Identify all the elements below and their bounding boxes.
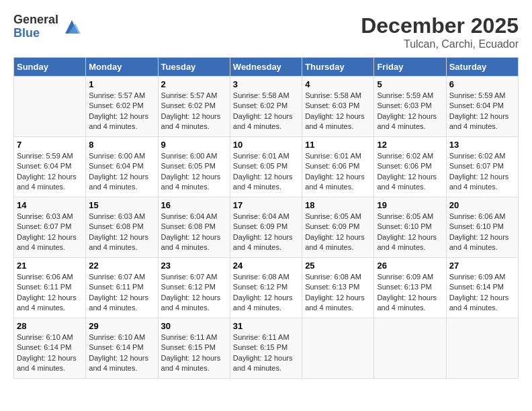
day-info: Sunrise: 6:06 AMSunset: 6:11 PMDaylight:… bbox=[17, 272, 83, 314]
calendar-table: SundayMondayTuesdayWednesdayThursdayFrid… bbox=[13, 57, 519, 379]
day-info: Sunrise: 6:01 AMSunset: 6:06 PMDaylight:… bbox=[305, 151, 371, 193]
day-number: 23 bbox=[161, 261, 227, 271]
day-info: Sunrise: 6:00 AMSunset: 6:04 PMDaylight:… bbox=[89, 151, 154, 193]
day-info: Sunrise: 6:09 AMSunset: 6:14 PMDaylight:… bbox=[449, 272, 515, 314]
calendar-week-row: 14Sunrise: 6:03 AMSunset: 6:07 PMDayligh… bbox=[14, 197, 519, 258]
calendar-day-cell: 10Sunrise: 6:01 AMSunset: 6:05 PMDayligh… bbox=[230, 137, 302, 197]
calendar-day-cell: 3Sunrise: 5:58 AMSunset: 6:02 PMDaylight… bbox=[230, 77, 302, 137]
day-number: 5 bbox=[377, 79, 443, 89]
day-number: 26 bbox=[377, 261, 443, 271]
weekday-header-saturday: Saturday bbox=[446, 58, 518, 77]
calendar-day-cell: 14Sunrise: 6:03 AMSunset: 6:07 PMDayligh… bbox=[14, 197, 86, 258]
calendar-day-cell: 27Sunrise: 6:09 AMSunset: 6:14 PMDayligh… bbox=[446, 258, 518, 318]
calendar-day-cell: 20Sunrise: 6:06 AMSunset: 6:10 PMDayligh… bbox=[446, 197, 518, 258]
day-number: 16 bbox=[161, 200, 227, 210]
calendar-day-cell: 29Sunrise: 6:10 AMSunset: 6:14 PMDayligh… bbox=[86, 318, 158, 379]
calendar-day-cell: 17Sunrise: 6:04 AMSunset: 6:09 PMDayligh… bbox=[230, 197, 302, 258]
day-number: 1 bbox=[89, 79, 154, 89]
weekday-header-row: SundayMondayTuesdayWednesdayThursdayFrid… bbox=[14, 58, 519, 77]
month-title: December 2025 bbox=[361, 13, 519, 38]
day-number: 12 bbox=[377, 140, 443, 150]
day-number: 7 bbox=[17, 140, 83, 150]
calendar-day-cell: 25Sunrise: 6:08 AMSunset: 6:13 PMDayligh… bbox=[302, 258, 374, 318]
calendar-day-cell bbox=[302, 318, 374, 379]
day-number: 31 bbox=[233, 321, 299, 331]
day-info: Sunrise: 6:00 AMSunset: 6:05 PMDaylight:… bbox=[161, 151, 227, 193]
day-number: 27 bbox=[449, 261, 515, 271]
day-number: 29 bbox=[89, 321, 154, 331]
day-number: 2 bbox=[161, 79, 227, 89]
day-info: Sunrise: 6:05 AMSunset: 6:09 PMDaylight:… bbox=[305, 212, 371, 253]
day-info: Sunrise: 5:57 AMSunset: 6:02 PMDaylight:… bbox=[89, 91, 154, 132]
calendar-day-cell: 18Sunrise: 6:05 AMSunset: 6:09 PMDayligh… bbox=[302, 197, 374, 258]
calendar-day-cell: 30Sunrise: 6:11 AMSunset: 6:15 PMDayligh… bbox=[158, 318, 230, 379]
day-info: Sunrise: 5:58 AMSunset: 6:03 PMDaylight:… bbox=[305, 91, 371, 132]
weekday-header-monday: Monday bbox=[86, 58, 158, 77]
day-info: Sunrise: 5:58 AMSunset: 6:02 PMDaylight:… bbox=[233, 91, 299, 132]
calendar-day-cell: 23Sunrise: 6:07 AMSunset: 6:12 PMDayligh… bbox=[158, 258, 230, 318]
day-number: 24 bbox=[233, 261, 299, 271]
day-info: Sunrise: 6:04 AMSunset: 6:08 PMDaylight:… bbox=[161, 212, 227, 253]
day-number: 17 bbox=[233, 200, 299, 210]
day-number: 3 bbox=[233, 79, 299, 89]
calendar-day-cell: 16Sunrise: 6:04 AMSunset: 6:08 PMDayligh… bbox=[158, 197, 230, 258]
day-number: 20 bbox=[449, 200, 515, 210]
title-section: December 2025 Tulcan, Carchi, Ecuador bbox=[361, 13, 519, 50]
day-info: Sunrise: 5:59 AMSunset: 6:04 PMDaylight:… bbox=[449, 91, 515, 132]
weekday-header-wednesday: Wednesday bbox=[230, 58, 302, 77]
calendar-day-cell: 9Sunrise: 6:00 AMSunset: 6:05 PMDaylight… bbox=[158, 137, 230, 197]
calendar-day-cell: 22Sunrise: 6:07 AMSunset: 6:11 PMDayligh… bbox=[86, 258, 158, 318]
day-number: 19 bbox=[377, 200, 443, 210]
location-subtitle: Tulcan, Carchi, Ecuador bbox=[361, 38, 519, 50]
day-info: Sunrise: 6:07 AMSunset: 6:12 PMDaylight:… bbox=[161, 272, 227, 314]
day-number: 6 bbox=[449, 79, 515, 89]
calendar-week-row: 28Sunrise: 6:10 AMSunset: 6:14 PMDayligh… bbox=[14, 318, 519, 379]
calendar-day-cell: 21Sunrise: 6:06 AMSunset: 6:11 PMDayligh… bbox=[14, 258, 86, 318]
calendar-day-cell: 8Sunrise: 6:00 AMSunset: 6:04 PMDaylight… bbox=[86, 137, 158, 197]
day-info: Sunrise: 6:03 AMSunset: 6:08 PMDaylight:… bbox=[89, 212, 154, 253]
calendar-day-cell: 1Sunrise: 5:57 AMSunset: 6:02 PMDaylight… bbox=[86, 77, 158, 137]
page-header: General Blue December 2025 Tulcan, Carch… bbox=[13, 13, 519, 50]
day-info: Sunrise: 6:10 AMSunset: 6:14 PMDaylight:… bbox=[17, 332, 83, 374]
calendar-day-cell: 24Sunrise: 6:08 AMSunset: 6:12 PMDayligh… bbox=[230, 258, 302, 318]
day-info: Sunrise: 6:06 AMSunset: 6:10 PMDaylight:… bbox=[449, 212, 515, 253]
logo-general-text: General bbox=[13, 13, 58, 27]
calendar-day-cell: 31Sunrise: 6:11 AMSunset: 6:15 PMDayligh… bbox=[230, 318, 302, 379]
day-info: Sunrise: 5:59 AMSunset: 6:04 PMDaylight:… bbox=[17, 151, 83, 193]
calendar-day-cell: 11Sunrise: 6:01 AMSunset: 6:06 PMDayligh… bbox=[302, 137, 374, 197]
day-number: 22 bbox=[89, 261, 154, 271]
day-info: Sunrise: 5:59 AMSunset: 6:03 PMDaylight:… bbox=[377, 91, 443, 132]
day-info: Sunrise: 6:08 AMSunset: 6:12 PMDaylight:… bbox=[233, 272, 299, 314]
day-info: Sunrise: 5:57 AMSunset: 6:02 PMDaylight:… bbox=[161, 91, 227, 132]
day-number: 10 bbox=[233, 140, 299, 150]
calendar-week-row: 1Sunrise: 5:57 AMSunset: 6:02 PMDaylight… bbox=[14, 77, 519, 137]
day-number: 13 bbox=[449, 140, 515, 150]
calendar-day-cell: 7Sunrise: 5:59 AMSunset: 6:04 PMDaylight… bbox=[14, 137, 86, 197]
calendar-day-cell: 15Sunrise: 6:03 AMSunset: 6:08 PMDayligh… bbox=[86, 197, 158, 258]
calendar-day-cell: 12Sunrise: 6:02 AMSunset: 6:06 PMDayligh… bbox=[374, 137, 446, 197]
calendar-day-cell bbox=[446, 318, 518, 379]
day-number: 14 bbox=[17, 200, 83, 210]
day-info: Sunrise: 6:05 AMSunset: 6:10 PMDaylight:… bbox=[377, 212, 443, 253]
calendar-day-cell: 4Sunrise: 5:58 AMSunset: 6:03 PMDaylight… bbox=[302, 77, 374, 137]
calendar-day-cell: 19Sunrise: 6:05 AMSunset: 6:10 PMDayligh… bbox=[374, 197, 446, 258]
calendar-day-cell: 5Sunrise: 5:59 AMSunset: 6:03 PMDaylight… bbox=[374, 77, 446, 137]
day-info: Sunrise: 6:08 AMSunset: 6:13 PMDaylight:… bbox=[305, 272, 371, 314]
day-info: Sunrise: 6:02 AMSunset: 6:06 PMDaylight:… bbox=[377, 151, 443, 193]
day-number: 9 bbox=[161, 140, 227, 150]
day-info: Sunrise: 6:03 AMSunset: 6:07 PMDaylight:… bbox=[17, 212, 83, 253]
calendar-week-row: 21Sunrise: 6:06 AMSunset: 6:11 PMDayligh… bbox=[14, 258, 519, 318]
calendar-day-cell: 2Sunrise: 5:57 AMSunset: 6:02 PMDaylight… bbox=[158, 77, 230, 137]
day-number: 21 bbox=[17, 261, 83, 271]
day-number: 30 bbox=[161, 321, 227, 331]
logo-blue-text: Blue bbox=[13, 27, 58, 40]
day-info: Sunrise: 6:09 AMSunset: 6:13 PMDaylight:… bbox=[377, 272, 443, 314]
day-info: Sunrise: 6:10 AMSunset: 6:14 PMDaylight:… bbox=[89, 332, 154, 374]
calendar-week-row: 7Sunrise: 5:59 AMSunset: 6:04 PMDaylight… bbox=[14, 137, 519, 197]
day-number: 11 bbox=[305, 140, 371, 150]
calendar-day-cell: 28Sunrise: 6:10 AMSunset: 6:14 PMDayligh… bbox=[14, 318, 86, 379]
weekday-header-tuesday: Tuesday bbox=[158, 58, 230, 77]
day-number: 18 bbox=[305, 200, 371, 210]
weekday-header-thursday: Thursday bbox=[302, 58, 374, 77]
day-number: 25 bbox=[305, 261, 371, 271]
